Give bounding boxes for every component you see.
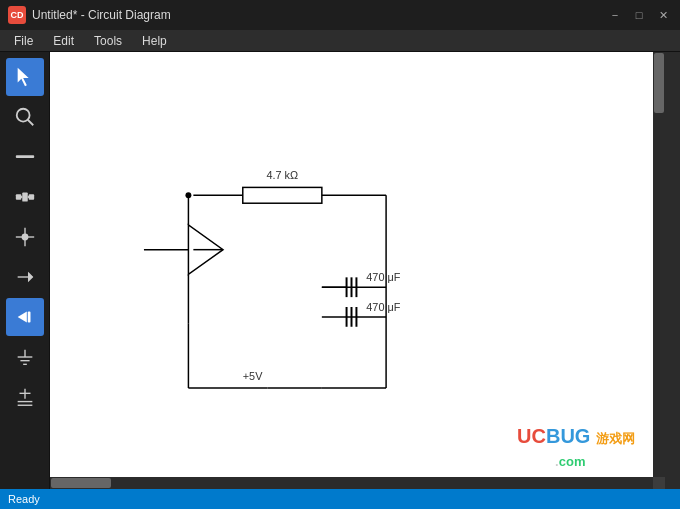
component-tool[interactable] — [6, 178, 44, 216]
svg-rect-6 — [22, 192, 28, 201]
vertical-scrollbar[interactable] — [653, 52, 665, 477]
status-text: Ready — [8, 493, 40, 505]
pin-tool[interactable] — [6, 258, 44, 296]
svg-marker-14 — [17, 312, 26, 323]
svg-point-1 — [16, 109, 29, 122]
svg-text:4.7 kΩ: 4.7 kΩ — [266, 169, 298, 181]
svg-marker-0 — [17, 68, 28, 86]
fill-tool[interactable] — [6, 298, 44, 336]
svg-point-11 — [22, 234, 28, 240]
svg-rect-3 — [15, 155, 33, 158]
svg-text:470 μF: 470 μF — [366, 301, 400, 313]
menu-file[interactable]: File — [4, 32, 43, 50]
title-bar: CD Untitled* - Circuit Diagram − □ ✕ — [0, 0, 680, 30]
svg-rect-26 — [243, 187, 322, 203]
more-tool[interactable] — [6, 378, 44, 416]
svg-point-34 — [185, 192, 191, 198]
window-controls: − □ ✕ — [606, 8, 672, 22]
ground-tool[interactable] — [6, 338, 44, 376]
menu-bar: File Edit Tools Help — [0, 30, 680, 52]
right-panel — [665, 52, 680, 489]
menu-tools[interactable]: Tools — [84, 32, 132, 50]
select-tool[interactable] — [6, 58, 44, 96]
minimize-button[interactable]: − — [606, 8, 624, 22]
svg-text:470 μF: 470 μF — [366, 271, 400, 283]
svg-rect-7 — [20, 196, 22, 198]
toolbar — [0, 52, 50, 489]
drawing-canvas[interactable]: 4.7 kΩ — [50, 52, 653, 477]
svg-text:+5V: +5V — [243, 370, 263, 382]
circuit-diagram: 4.7 kΩ — [50, 52, 653, 477]
main-area: 4.7 kΩ — [0, 52, 680, 489]
horizontal-scrollbar[interactable] — [50, 477, 653, 489]
menu-edit[interactable]: Edit — [43, 32, 84, 50]
close-button[interactable]: ✕ — [654, 8, 672, 22]
zoom-tool[interactable] — [6, 98, 44, 136]
maximize-button[interactable]: □ — [630, 8, 648, 22]
svg-rect-15 — [27, 312, 30, 323]
svg-rect-8 — [27, 196, 29, 198]
svg-marker-13 — [28, 273, 32, 280]
junction-tool[interactable] — [6, 218, 44, 256]
wire-tool[interactable] — [6, 138, 44, 176]
svg-line-2 — [27, 120, 33, 126]
canvas-area[interactable]: 4.7 kΩ — [50, 52, 665, 489]
window-title: Untitled* - Circuit Diagram — [32, 8, 606, 22]
app-icon: CD — [8, 6, 26, 24]
status-bar: Ready — [0, 489, 680, 509]
menu-help[interactable]: Help — [132, 32, 177, 50]
